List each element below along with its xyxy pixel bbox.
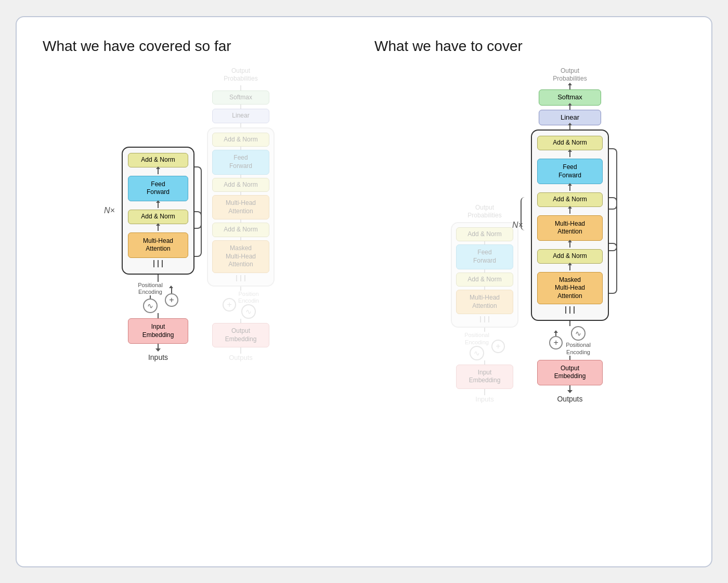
right-decoder: OutputProbabilities Softmax Linear [531, 67, 609, 403]
right-dec-output-label: Outputs [557, 395, 582, 403]
right-dec-output-prob-label: OutputProbabilities [553, 67, 587, 83]
plus-circle-left-enc: + [165, 293, 178, 307]
right-dec-masked: MaskedMulti-HeadAttention [537, 272, 603, 305]
plus-circle-right-dec: + [549, 336, 563, 349]
left-enc-embedding: InputEmbedding [128, 318, 188, 344]
left-enc-add-norm-top: Add & Norm [128, 153, 188, 167]
left-encoder: N× Add & Norm FeedForward Add & Norm M [122, 147, 194, 361]
left-enc-input-label: Inputs [148, 353, 168, 361]
left-enc-feed-forward: FeedForward [128, 176, 188, 201]
right-dec-add-norm-top: Add & Norm [537, 136, 603, 150]
right-dec-add-norm-bot: Add & Norm [537, 249, 603, 264]
right-dec-embedding: OutputEmbedding [537, 360, 603, 385]
main-container: What we have covered so far N× Add & Nor… [16, 16, 712, 567]
right-dec-add-norm-mid: Add & Norm [537, 192, 603, 207]
left-section: What we have covered so far N× Add & Nor… [32, 38, 364, 403]
nx-label-left-enc: N× [104, 206, 115, 215]
left-decoder-faded: OutputProbabilities Softmax Linear Add &… [207, 67, 275, 362]
wave-icon-right-dec: ∿ [571, 326, 586, 341]
right-encoder-faded: OutputProbabilities Add & Norm FeedForwa… [451, 204, 518, 403]
wave-icon-left-enc: ∿ [143, 299, 158, 313]
left-title: What we have covered so far [43, 38, 364, 55]
right-section: What we have to cover OutputProbabilitie… [364, 38, 696, 403]
right-dec-feed-forward: FeedForward [537, 159, 603, 184]
left-enc-add-norm-mid: Add & Norm [128, 210, 188, 224]
left-enc-multi-head: Multi-HeadAttention [128, 232, 188, 258]
right-title: What we have to cover [374, 38, 696, 55]
right-dec-multi-head: Multi-HeadAttention [537, 215, 603, 241]
